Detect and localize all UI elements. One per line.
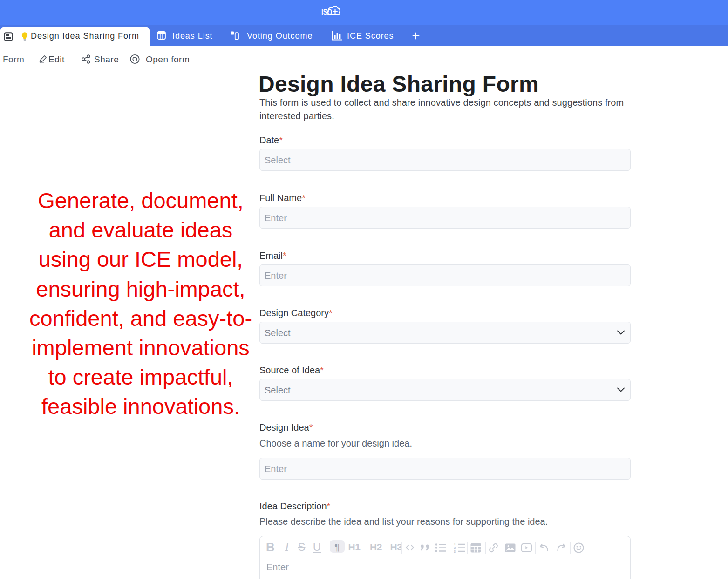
svg-text:3: 3 xyxy=(454,549,456,553)
svg-text:iSO: iSO xyxy=(321,7,332,17)
